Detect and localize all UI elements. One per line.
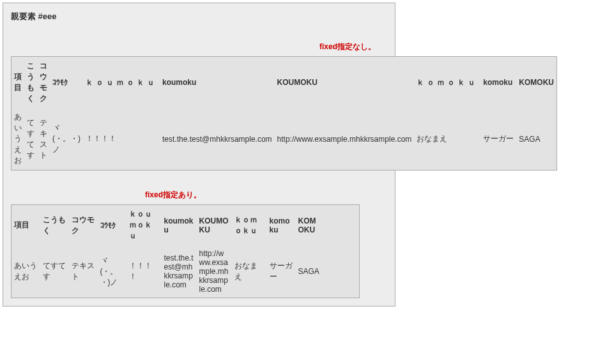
col-header: コウモク xyxy=(69,205,98,246)
col-header: komoku xyxy=(267,205,296,246)
cell: test.the.test@mhkkrsample.com xyxy=(162,245,197,298)
parent-container: 親要素 #eee fixed指定なし。 項目 こうもく コウモク ｺｳﾓｸ ｋｏ… xyxy=(3,3,395,307)
col-header: koumoku xyxy=(160,57,275,109)
cell: テキスト xyxy=(69,245,98,298)
cell: てすてす xyxy=(40,245,69,298)
col-header: ｋｏｕｍｏｋｕ xyxy=(126,205,162,246)
cell: てすてす xyxy=(24,108,37,171)
col-header: KOMOKU xyxy=(516,57,556,109)
cell: ヾ(・。・)ノ xyxy=(98,245,126,298)
table-row: あいうえお てすてす テキスト ヾ(・。・)ノ ！！！！ test.the.te… xyxy=(11,245,360,298)
cell: test.the.test@mhkkrsample.com xyxy=(160,108,275,171)
table-row: 項目 こうもく コウモク ｺｳﾓｸ ｋｏｕｍｏｋｕ koumoku KOUMOK… xyxy=(11,57,557,109)
cell: あいうえお xyxy=(11,245,40,298)
label-no-fixed: fixed指定なし。 xyxy=(11,42,387,52)
cell: おなまえ xyxy=(232,245,267,298)
cell: テキスト xyxy=(37,108,50,171)
col-header: KOUMOKU xyxy=(197,205,232,246)
col-header: こうもく xyxy=(40,205,69,246)
col-header: komoku xyxy=(480,57,516,109)
col-header: ｋｏｍｏｋｕ xyxy=(232,205,267,246)
cell: ！！！！ xyxy=(126,245,162,298)
col-header: ｋｏｍｏｋｕ xyxy=(414,57,480,109)
cell: サーガー xyxy=(267,245,296,298)
cell: ヾ(・。・)ノ xyxy=(50,108,83,171)
cell: SAGA xyxy=(296,245,325,298)
col-header: KOUMOKU xyxy=(275,57,415,109)
cell: http://www.exsample.mhkkrsample.com xyxy=(197,245,232,298)
col-header: KOMOKU xyxy=(296,205,325,246)
table-row: 項目 こうもく コウモク ｺｳﾓｸ ｋｏｕｍｏｋｕ koumoku KOUMOK… xyxy=(11,205,360,246)
table-row: あいうえお てすてす テキスト ヾ(・。・)ノ ！！！！ test.the.te… xyxy=(11,108,557,171)
cell: サーガー xyxy=(480,108,516,171)
cell: ！！！！ xyxy=(83,108,160,171)
col-header: 項目 xyxy=(11,205,40,246)
parent-label: 親要素 #eee xyxy=(11,11,387,22)
col-header: ｋｏｕｍｏｋｕ xyxy=(83,57,160,109)
col-header: コウモク xyxy=(37,57,50,109)
cell: あいうえお xyxy=(11,108,25,171)
col-header: ｺｳﾓｸ xyxy=(50,57,83,109)
cell: http://www.exsample.mhkkrsample.com xyxy=(275,108,415,171)
col-header: こうもく xyxy=(24,57,37,109)
col-header: koumoku xyxy=(162,205,197,246)
col-header: ｺｳﾓｸ xyxy=(98,205,126,246)
cell: おなまえ xyxy=(414,108,480,171)
cell: SAGA xyxy=(516,108,556,171)
label-with-fixed: fixed指定あり。 xyxy=(11,190,387,201)
col-header: 項目 xyxy=(11,57,25,109)
table-auto: 項目 こうもく コウモク ｺｳﾓｸ ｋｏｕｍｏｋｕ koumoku KOUMOK… xyxy=(11,56,557,171)
table-fixed: 項目 こうもく コウモク ｺｳﾓｸ ｋｏｕｍｏｋｕ koumoku KOUMOK… xyxy=(11,204,360,298)
